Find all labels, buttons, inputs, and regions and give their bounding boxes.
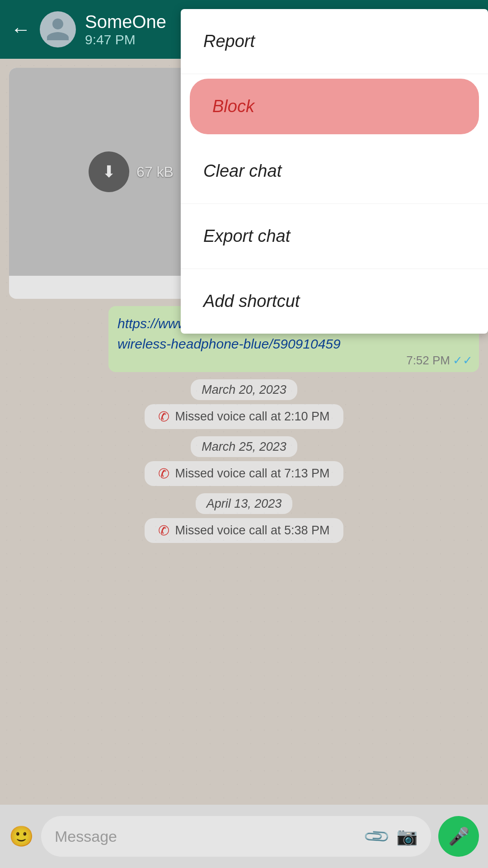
avatar[interactable] (40, 11, 76, 47)
menu-item-report[interactable]: Report (181, 9, 488, 74)
back-button[interactable]: ← (11, 18, 31, 41)
menu-item-clear-chat[interactable]: Clear chat (181, 139, 488, 204)
menu-item-add-shortcut[interactable]: Add shortcut (181, 269, 488, 334)
menu-item-export-chat[interactable]: Export chat (181, 204, 488, 269)
avatar-icon (44, 16, 71, 43)
menu-item-block[interactable]: Block (190, 79, 479, 134)
dropdown-menu: Report Block Clear chat Export chat Add … (181, 9, 488, 334)
